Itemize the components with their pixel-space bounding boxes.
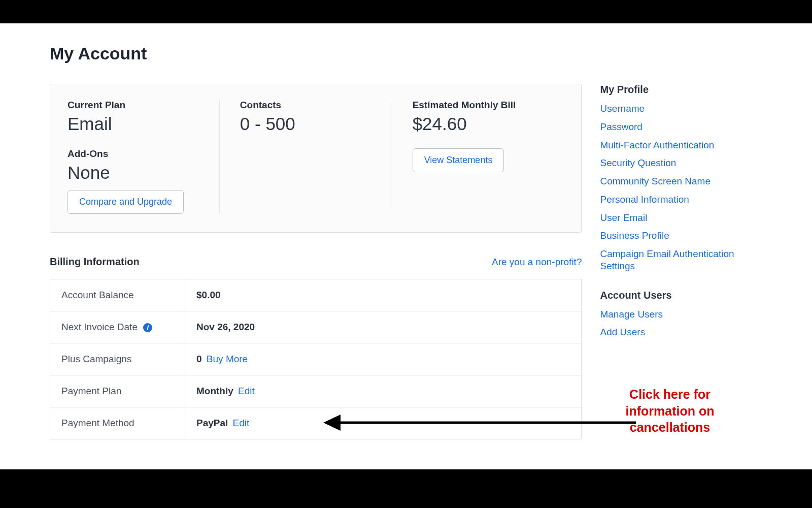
my-profile-heading: My Profile <box>600 84 762 96</box>
payment-plan-edit-link[interactable]: Edit <box>238 386 255 396</box>
buy-more-link[interactable]: Buy More <box>207 354 248 364</box>
plus-campaigns-value: 0 Buy More <box>185 343 582 375</box>
payment-plan-label: Payment Plan <box>50 375 185 407</box>
info-icon[interactable]: i <box>143 323 152 332</box>
plus-campaigns-label: Plus Campaigns <box>50 343 185 375</box>
payment-method-edit-link[interactable]: Edit <box>233 418 250 428</box>
account-balance-label: Account Balance <box>50 279 185 311</box>
billing-table: Account Balance $0.00 Next Invoice Date … <box>50 279 582 439</box>
account-users-heading: Account Users <box>600 290 762 301</box>
payment-method-value: PayPal Edit <box>185 407 582 439</box>
table-row: Payment Method PayPal Edit <box>50 407 582 439</box>
add-ons-label: Add-Ons <box>67 148 204 160</box>
my-profile-links: Username Password Multi-Factor Authentic… <box>600 103 762 272</box>
billing-info-heading: Billing Information <box>50 256 140 268</box>
estimated-bill-value: $24.60 <box>413 114 549 134</box>
sidebar-link-password[interactable]: Password <box>600 121 642 132</box>
sidebar-link-add-users[interactable]: Add Users <box>600 327 645 337</box>
sidebar-link-email-auth-settings[interactable]: Campaign Email Authentication Settings <box>600 248 734 271</box>
table-row: Payment Plan Monthly Edit <box>50 375 582 407</box>
next-invoice-label: Next Invoice Date i <box>50 311 185 343</box>
sidebar-link-business-profile[interactable]: Business Profile <box>600 230 669 241</box>
plan-summary-card: Current Plan Email Add-Ons None Compare … <box>50 84 582 233</box>
account-users-links: Manage Users Add Users <box>600 308 762 339</box>
payment-method-label: Payment Method <box>50 407 185 439</box>
estimated-bill-label: Estimated Monthly Bill <box>413 100 549 111</box>
payment-plan-value: Monthly Edit <box>185 375 582 407</box>
compare-upgrade-button[interactable]: Compare and Upgrade <box>67 190 184 214</box>
view-statements-button[interactable]: View Statements <box>413 148 504 172</box>
nonprofit-link[interactable]: Are you a non-profit? <box>492 257 582 268</box>
sidebar-link-username[interactable]: Username <box>600 103 645 114</box>
sidebar-link-personal-info[interactable]: Personal Information <box>600 194 689 205</box>
account-balance-value: $0.00 <box>185 279 582 311</box>
sidebar-link-manage-users[interactable]: Manage Users <box>600 309 663 320</box>
current-plan-label: Current Plan <box>67 100 204 111</box>
sidebar-link-mfa[interactable]: Multi-Factor Authentication <box>600 140 714 150</box>
table-row: Plus Campaigns 0 Buy More <box>50 343 582 375</box>
add-ons-value: None <box>67 163 204 183</box>
contacts-label: Contacts <box>240 100 377 111</box>
current-plan-value: Email <box>67 114 204 134</box>
sidebar-link-user-email[interactable]: User Email <box>600 212 647 223</box>
sidebar-link-community-name[interactable]: Community Screen Name <box>600 176 710 186</box>
page-title: My Account <box>50 44 762 64</box>
table-row: Account Balance $0.00 <box>50 279 582 311</box>
table-row: Next Invoice Date i Nov 26, 2020 <box>50 311 582 343</box>
contacts-value: 0 - 500 <box>240 114 377 134</box>
next-invoice-value: Nov 26, 2020 <box>185 311 582 343</box>
sidebar-link-security-question[interactable]: Security Question <box>600 157 676 168</box>
